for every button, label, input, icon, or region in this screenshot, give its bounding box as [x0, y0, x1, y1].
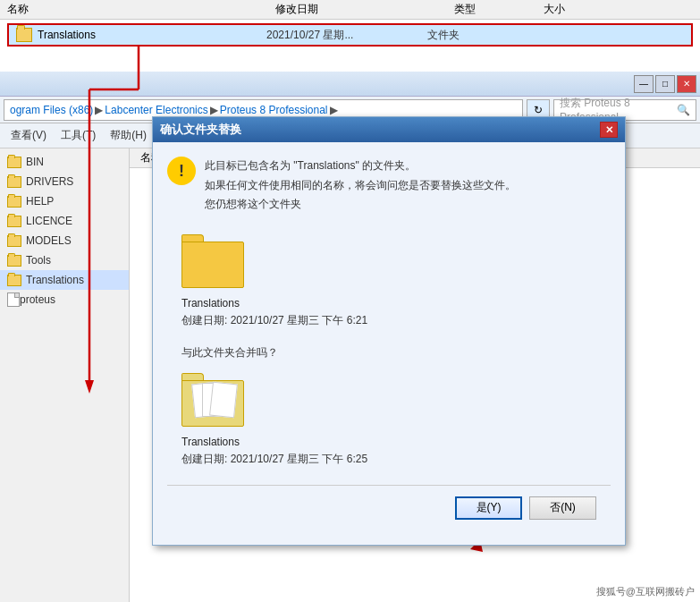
sidebar-item-label: DRIVERS: [26, 175, 73, 188]
file-list-header: 名称 修改日期 类型 大小: [0, 0, 700, 20]
warning-line1: 此目标已包含名为 "Translations" 的文件夹。: [205, 157, 516, 176]
folder-icon: [7, 157, 21, 168]
path-sep-2: ▶: [210, 104, 218, 116]
warning-line2: 如果任何文件使用相同的名称，将会询问您是否要替换这些文件。: [205, 176, 516, 196]
dest-folder-icon: [181, 373, 244, 427]
yes-button[interactable]: 是(Y): [455, 496, 522, 520]
path-part-3[interactable]: Proteus 8 Professional: [220, 104, 328, 116]
confirm-dialog: 确认文件夹替换 ✕ ! 此目标已包含名为 "Translations" 的文件夹…: [152, 116, 626, 546]
dest-folder-display: Translations 创建日期: 2021/10/27 星期三 下午 6:2…: [181, 373, 367, 468]
explorer-titlebar: — □ ✕: [0, 72, 700, 97]
toolbar-help[interactable]: 帮助(H): [106, 126, 150, 145]
dialog-close-button[interactable]: ✕: [600, 122, 618, 138]
path-sep-1: ▶: [95, 104, 103, 116]
dialog-title: 确认文件夹替换: [160, 122, 241, 138]
sidebar-item-translations[interactable]: Translations: [0, 270, 129, 290]
dialog-buttons: 是(Y) 否(N): [167, 485, 611, 530]
path-part-2[interactable]: Labcenter Electronics: [105, 104, 207, 116]
close-button[interactable]: ✕: [677, 75, 696, 93]
sidebar-item-proteus[interactable]: proteus: [0, 290, 129, 309]
dialog-folders-section: Translations 创建日期: 2021/10/27 星期三 下午 6:2…: [167, 225, 611, 338]
paper-3: [209, 382, 238, 419]
path-sep-3: ▶: [330, 104, 338, 116]
source-folder-display: Translations 创建日期: 2021/10/27 星期三 下午 6:2…: [181, 234, 367, 329]
maximize-button[interactable]: □: [655, 75, 675, 93]
sidebar-item-label: LICENCE: [26, 215, 72, 227]
folder-body: [181, 242, 244, 288]
translations-file-row[interactable]: Translations 2021/10/27 星期... 文件夹: [7, 23, 693, 47]
dialog-dest-section: Translations 创建日期: 2021/10/27 星期三 下午 6:2…: [167, 364, 611, 477]
source-folder-icon: [181, 234, 244, 288]
source-folder-info: Translations 创建日期: 2021/10/27 星期三 下午 6:2…: [181, 295, 367, 329]
sidebar-item-label: BIN: [26, 156, 44, 168]
sidebar-item-drivers[interactable]: DRIVERS: [0, 172, 129, 191]
toolbar-view[interactable]: 查看(V): [7, 126, 50, 145]
search-icon: 🔍: [677, 104, 690, 116]
sidebar-item-label: proteus: [20, 293, 55, 306]
dialog-warning-row: ! 此目标已包含名为 "Translations" 的文件夹。 如果任何文件使用…: [167, 157, 611, 215]
folder-icon: [7, 235, 21, 247]
file-date-cell: 2021/10/27 星期...: [266, 28, 427, 43]
dest-folder-date: 创建日期: 2021/10/27 星期三 下午 6:25: [181, 451, 367, 468]
folder-icon: [7, 216, 21, 227]
file-name-cell: Translations: [16, 28, 195, 42]
sidebar-item-help[interactable]: HELP: [0, 191, 129, 211]
dialog-titlebar: 确认文件夹替换 ✕: [153, 117, 625, 142]
col-header-name: 名称: [7, 2, 186, 17]
folder-body: [181, 380, 244, 427]
dialog-body: ! 此目标已包含名为 "Translations" 的文件夹。 如果任何文件使用…: [153, 142, 625, 545]
col-header-type: 类型: [454, 2, 544, 17]
dialog-question: 与此文件夹合并吗？: [167, 338, 611, 364]
left-sidebar: BIN DRIVERS HELP LICENCE MODELS Tools: [0, 148, 130, 602]
sidebar-item-bin[interactable]: BIN: [0, 152, 129, 172]
dest-folder-info: Translations 创建日期: 2021/10/27 星期三 下午 6:2…: [181, 434, 367, 468]
source-folder-date: 创建日期: 2021/10/27 星期三 下午 6:21: [181, 312, 367, 329]
sidebar-item-tools[interactable]: Tools: [0, 250, 129, 270]
minimize-button[interactable]: —: [634, 75, 654, 93]
dialog-warning-text: 此目标已包含名为 "Translations" 的文件夹。 如果任何文件使用相同…: [205, 157, 516, 215]
col-header-size: 大小: [544, 2, 633, 17]
folder-icon: [7, 255, 21, 267]
no-button[interactable]: 否(N): [529, 496, 596, 520]
dest-folder-name: Translations: [181, 434, 367, 451]
col-header-date: 修改日期: [275, 2, 454, 17]
file-icon: [7, 293, 20, 307]
warning-line3: 您仍想将这个文件夹: [205, 195, 516, 215]
sidebar-item-label: MODELS: [26, 234, 72, 247]
folder-icon: [7, 176, 21, 188]
folder-icon: [7, 196, 21, 208]
sidebar-item-models[interactable]: MODELS: [0, 231, 129, 250]
file-name-label: Translations: [38, 29, 96, 41]
folder-icon: [7, 275, 21, 286]
toolbar-tools[interactable]: 工具(T): [57, 126, 99, 145]
sidebar-item-label: Tools: [26, 254, 51, 267]
top-file-area: 名称 修改日期 类型 大小 Translations 2021/10/27 星期…: [0, 0, 700, 76]
source-folder-name: Translations: [181, 295, 367, 312]
watermark: 搜狐号@互联网搬砖户: [596, 585, 695, 598]
path-part-1[interactable]: ogram Files (x86): [10, 104, 93, 116]
warning-icon: !: [167, 157, 196, 185]
sidebar-item-label: Translations: [26, 274, 84, 286]
sidebar-item-licence[interactable]: LICENCE: [0, 211, 129, 231]
folder-icon: [16, 28, 32, 42]
sidebar-item-label: HELP: [26, 195, 54, 208]
file-type-cell: 文件夹: [427, 28, 517, 43]
